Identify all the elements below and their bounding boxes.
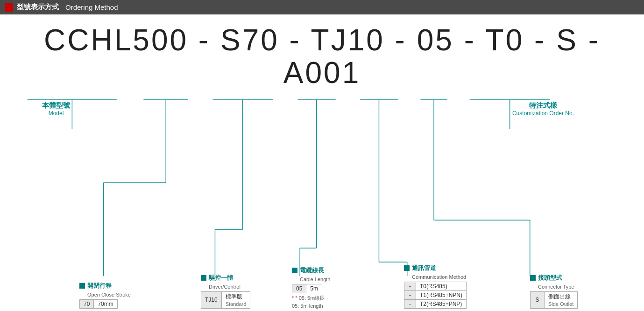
comm-key-2: - — [404, 290, 416, 299]
table-row: - T2(RS485+PNP) — [404, 299, 467, 308]
communication-section: 通訊管道 Communication Method - T0(RS485) - … — [404, 264, 467, 309]
driver-icon — [201, 275, 206, 281]
model-label-en: Model — [49, 110, 64, 117]
comm-key-1: - — [404, 282, 416, 290]
comm-key-3: - — [404, 299, 416, 308]
model-label: 本體型號 Model — [42, 101, 70, 117]
cable-label-zh: 電纜線長 — [300, 266, 324, 275]
comm-label-en: Communication Method — [412, 274, 467, 280]
comm-value-2: T1(RS485+NPN) — [416, 290, 467, 299]
cable-value: 5m — [306, 284, 322, 293]
red-square-icon — [5, 3, 13, 12]
driver-label-zh: 驅控一體 — [209, 274, 233, 282]
connector-value: 側面出線Side Outlet — [545, 291, 578, 308]
driver-key: TJ10 — [201, 291, 222, 308]
table-row: 70 70mm — [80, 299, 118, 308]
comm-value-1: T0(RS485) — [416, 282, 467, 290]
comm-icon — [404, 265, 410, 271]
star-icon: * — [292, 295, 294, 301]
comm-label-zh: 通訊管道 — [412, 264, 436, 272]
connector-icon — [530, 275, 536, 281]
cable-table: 05 5m — [292, 284, 322, 293]
table-row: - T0(RS485) — [404, 282, 467, 290]
stroke-table: 70 70mm — [79, 299, 118, 309]
cable-icon — [292, 268, 297, 273]
table-row: - T1(RS485+NPN) — [404, 290, 467, 299]
custom-label-en: Customization Order No. — [512, 110, 574, 117]
cable-note-zh: * 05: 5m線長 — [295, 295, 325, 301]
connector-table: S 側面出線Side Outlet — [530, 291, 578, 309]
main-content: CCHL500 - S70 - TJ10 - 05 - T0 - S - A00… — [0, 14, 644, 311]
cable-note: * * 05: 5m線長 — [292, 295, 330, 302]
header-bar: 型號表示方式 Ordering Method — [0, 0, 644, 14]
model-label-zh: 本體型號 — [42, 101, 70, 110]
stroke-icon — [79, 283, 85, 289]
connector-label-zh: 接頭型式 — [538, 274, 562, 282]
customization-label: 特注式樣 Customization Order No. — [512, 101, 574, 117]
custom-label-zh: 特注式樣 — [529, 101, 557, 110]
cable-note-en: 05: 5m length — [292, 303, 330, 309]
driver-section: 驅控一體 Driver/Control TJ10 標準版Standard — [201, 274, 250, 309]
comm-value-3: T2(RS485+PNP) — [416, 299, 467, 308]
driver-label-en: Driver/Control — [209, 284, 250, 290]
driver-table: TJ10 標準版Standard — [201, 291, 250, 309]
stroke-key: 70 — [80, 299, 94, 308]
model-code: CCHL500 - S70 - TJ10 - 05 - T0 - S - A00… — [14, 24, 630, 90]
table-row: TJ10 標準版Standard — [201, 291, 250, 308]
table-row: 05 5m — [292, 284, 322, 293]
stroke-label-en: Open Close Stroke — [87, 292, 131, 297]
connector-key: S — [531, 291, 545, 308]
stroke-value: 70mm — [94, 299, 117, 308]
cable-label-en: Cable Length — [300, 276, 330, 282]
cable-key: 05 — [292, 284, 306, 293]
stroke-section: 開閉行程 Open Close Stroke 70 70mm — [79, 282, 131, 309]
comm-table: - T0(RS485) - T1(RS485+NPN) - T2(RS485+P… — [404, 282, 467, 309]
driver-value: 標準版Standard — [221, 291, 250, 308]
model-code-row: CCHL500 - S70 - TJ10 - 05 - T0 - S - A00… — [14, 24, 630, 90]
connector-section: 接頭型式 Connector Type S 側面出線Side Outlet — [530, 274, 578, 309]
header-title-en: Ordering Method — [65, 3, 118, 11]
diagram: 本體型號 Model 特注式樣 Customization Order No. … — [14, 90, 630, 311]
table-row: S 側面出線Side Outlet — [531, 291, 578, 308]
header-title-zh: 型號表示方式 — [17, 3, 59, 12]
connector-label-en: Connector Type — [538, 284, 578, 290]
stroke-label-zh: 開閉行程 — [87, 282, 112, 290]
cable-section: 電纜線長 Cable Length 05 5m * * 05: 5m線長 05:… — [292, 266, 330, 309]
